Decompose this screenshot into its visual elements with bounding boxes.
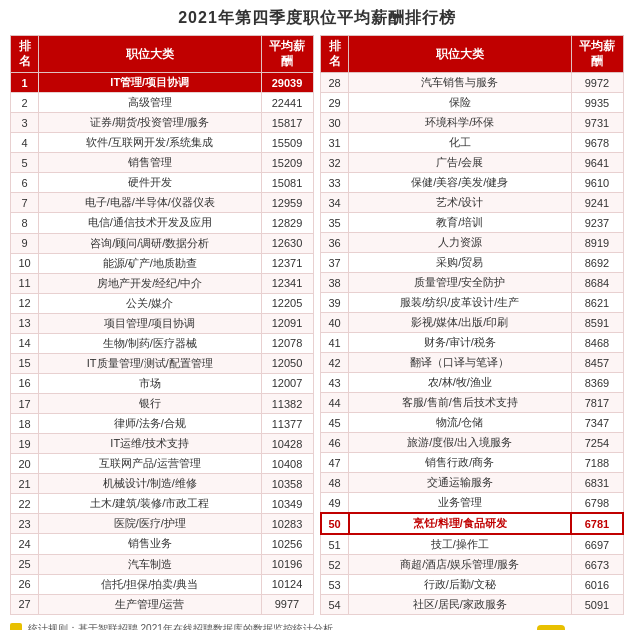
footer-logo: 智联 智联招聘 <box>537 625 624 630</box>
job-cell: 行政/后勤/文秘 <box>349 575 572 595</box>
job-cell: 影视/媒体/出版/印刷 <box>349 313 572 333</box>
salary-cell: 6673 <box>571 555 623 575</box>
job-cell: 翻译（口译与笔译） <box>349 353 572 373</box>
table-row: 13 项目管理/项目协调 12091 <box>11 313 314 333</box>
table-row: 19 IT运维/技术支持 10428 <box>11 434 314 454</box>
job-cell: 电子/电器/半导体/仪器仪表 <box>39 193 262 213</box>
job-cell: 银行 <box>39 394 262 414</box>
table-row: 52 商超/酒店/娱乐管理/服务 6673 <box>321 555 624 575</box>
salary-cell: 9935 <box>571 93 623 113</box>
rank-cell: 8 <box>11 213 39 233</box>
table-row: 16 市场 12007 <box>11 373 314 393</box>
salary-cell: 15509 <box>261 133 313 153</box>
rank-cell: 42 <box>321 353 349 373</box>
job-cell: 互联网产品/运营管理 <box>39 454 262 474</box>
table-row: 54 社区/居民/家政服务 5091 <box>321 595 624 615</box>
rank-cell: 4 <box>11 133 39 153</box>
rank-cell: 25 <box>11 554 39 574</box>
rank-cell: 2 <box>11 93 39 113</box>
salary-cell: 29039 <box>261 73 313 93</box>
job-cell: 证券/期货/投资管理/服务 <box>39 113 262 133</box>
rank-cell: 10 <box>11 253 39 273</box>
job-cell: 机械设计/制造/维修 <box>39 474 262 494</box>
salary-cell: 15209 <box>261 153 313 173</box>
salary-cell: 15817 <box>261 113 313 133</box>
right-header-rank: 排名 <box>321 36 349 73</box>
right-header-salary: 平均薪酬 <box>571 36 623 73</box>
salary-cell: 15081 <box>261 173 313 193</box>
rank-cell: 34 <box>321 193 349 213</box>
job-cell: 广告/会展 <box>349 153 572 173</box>
table-row: 5 销售管理 15209 <box>11 153 314 173</box>
table-row: 43 农/林/牧/渔业 8369 <box>321 373 624 393</box>
salary-cell: 12341 <box>261 273 313 293</box>
rank-cell: 32 <box>321 153 349 173</box>
job-cell: 咨询/顾问/调研/数据分析 <box>39 233 262 253</box>
table-row: 39 服装/纺织/皮革设计/生产 8621 <box>321 293 624 313</box>
salary-cell: 12050 <box>261 353 313 373</box>
rank-cell: 13 <box>11 313 39 333</box>
job-cell: 硬件开发 <box>39 173 262 193</box>
table-row: 34 艺术/设计 9241 <box>321 193 624 213</box>
job-cell: 商超/酒店/娱乐管理/服务 <box>349 555 572 575</box>
job-cell: 物流/仓储 <box>349 413 572 433</box>
rank-cell: 29 <box>321 93 349 113</box>
job-cell: 销售业务 <box>39 534 262 554</box>
table-row: 28 汽车销售与服务 9972 <box>321 73 624 93</box>
job-cell: 生产管理/运营 <box>39 594 262 614</box>
salary-cell: 9678 <box>571 133 623 153</box>
rank-cell: 18 <box>11 414 39 434</box>
rank-cell: 50 <box>321 513 349 534</box>
job-cell: 技工/操作工 <box>349 534 572 555</box>
rank-cell: 30 <box>321 113 349 133</box>
rank-cell: 11 <box>11 273 39 293</box>
rank-cell: 45 <box>321 413 349 433</box>
job-cell: 能源/矿产/地质勘查 <box>39 253 262 273</box>
rank-cell: 6 <box>11 173 39 193</box>
table-wrapper: 排名 职位大类 平均薪酬 1 IT管理/项目协调 29039 2 高级管理 22… <box>10 35 624 615</box>
rank-cell: 27 <box>11 594 39 614</box>
table-row: 46 旅游/度假/出入境服务 7254 <box>321 433 624 453</box>
job-cell: 客服/售前/售后技术支持 <box>349 393 572 413</box>
table-row: 8 电信/通信技术开发及应用 12829 <box>11 213 314 233</box>
table-row: 27 生产管理/运营 9977 <box>11 594 314 614</box>
job-cell: 生物/制药/医疗器械 <box>39 333 262 353</box>
table-row: 31 化工 9678 <box>321 133 624 153</box>
table-row: 32 广告/会展 9641 <box>321 153 624 173</box>
job-cell: IT运维/技术支持 <box>39 434 262 454</box>
table-row: 21 机械设计/制造/维修 10358 <box>11 474 314 494</box>
job-cell: 项目管理/项目协调 <box>39 313 262 333</box>
table-row: 2 高级管理 22441 <box>11 93 314 113</box>
rank-cell: 21 <box>11 474 39 494</box>
rank-cell: 41 <box>321 333 349 353</box>
salary-cell: 6831 <box>571 473 623 493</box>
table-row: 45 物流/仓储 7347 <box>321 413 624 433</box>
table-row: 40 影视/媒体/出版/印刷 8591 <box>321 313 624 333</box>
left-header-salary: 平均薪酬 <box>261 36 313 73</box>
rank-cell: 53 <box>321 575 349 595</box>
rank-cell: 46 <box>321 433 349 453</box>
table-row: 4 软件/互联网开发/系统集成 15509 <box>11 133 314 153</box>
salary-cell: 10408 <box>261 454 313 474</box>
salary-cell: 12007 <box>261 373 313 393</box>
job-cell: 人力资源 <box>349 233 572 253</box>
job-cell: 化工 <box>349 133 572 153</box>
table-row: 35 教育/培训 9237 <box>321 213 624 233</box>
salary-cell: 12630 <box>261 233 313 253</box>
job-cell: 高级管理 <box>39 93 262 113</box>
salary-cell: 11382 <box>261 394 313 414</box>
job-cell: 汽车销售与服务 <box>349 73 572 93</box>
table-row: 26 信托/担保/拍卖/典当 10124 <box>11 574 314 594</box>
job-cell: 农/林/牧/渔业 <box>349 373 572 393</box>
rank-cell: 43 <box>321 373 349 393</box>
logo-icon: 智联 <box>537 625 565 630</box>
table-row: 6 硬件开发 15081 <box>11 173 314 193</box>
job-cell: 律师/法务/合规 <box>39 414 262 434</box>
job-cell: 环境科学/环保 <box>349 113 572 133</box>
job-cell: 交通运输服务 <box>349 473 572 493</box>
table-row: 48 交通运输服务 6831 <box>321 473 624 493</box>
rank-cell: 1 <box>11 73 39 93</box>
table-row: 25 汽车制造 10196 <box>11 554 314 574</box>
footer-notes: 统计规则：基于智联招聘 2021年在线招聘数据库的数据监控统计分析 数据来源：智… <box>10 621 333 630</box>
job-cell: 公关/媒介 <box>39 293 262 313</box>
